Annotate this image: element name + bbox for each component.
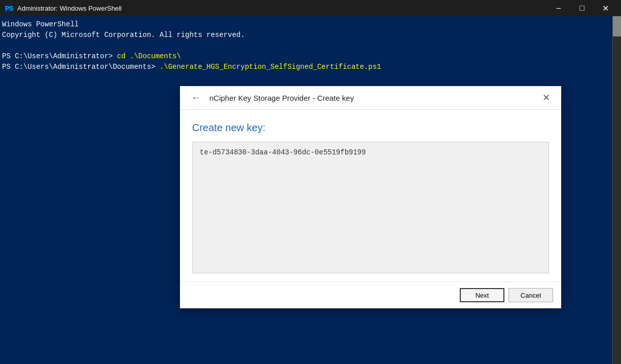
modal-header: ← nCipher Key Storage Provider - Create … xyxy=(180,86,561,110)
powershell-window: PS Administrator: Windows PowerShell – □… xyxy=(0,0,621,364)
modal-close-button[interactable]: ✕ xyxy=(539,92,553,103)
next-button[interactable]: Next xyxy=(460,288,504,302)
create-key-heading: Create new key: xyxy=(192,122,549,134)
modal-footer: Next Cancel xyxy=(180,281,561,308)
key-name-input[interactable]: te-d5734830-3daa-4043-96dc-0e5519fb9199 xyxy=(192,142,549,273)
modal-overlay: ← nCipher Key Storage Provider - Create … xyxy=(0,0,621,364)
back-button[interactable]: ← xyxy=(188,92,203,103)
cancel-button[interactable]: Cancel xyxy=(508,288,553,302)
create-key-dialog: ← nCipher Key Storage Provider - Create … xyxy=(180,86,561,308)
modal-body: Create new key: te-d5734830-3daa-4043-96… xyxy=(180,110,561,281)
modal-title: nCipher Key Storage Provider - Create ke… xyxy=(209,94,539,102)
